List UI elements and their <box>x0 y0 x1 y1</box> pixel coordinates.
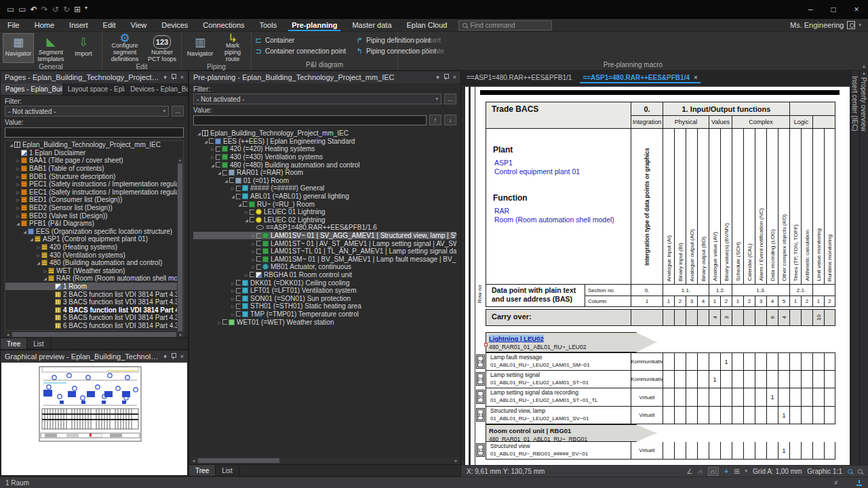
maximize-button[interactable]: □ <box>822 0 845 19</box>
tree-item[interactable]: ◢480 (=480) Building automation and cont… <box>193 161 456 169</box>
tree-item[interactable]: ◢480 (Building automation and control) <box>5 259 183 267</box>
tree-item[interactable]: ▷RBGHA 01 Room control unit <box>193 271 456 279</box>
pages-filter-more-button[interactable]: ... <box>172 106 184 117</box>
property-overview-tab[interactable]: Property overview <box>860 76 867 131</box>
close-button[interactable]: × <box>845 0 868 19</box>
ribbon-tab-devices[interactable]: Devices <box>154 19 195 31</box>
pages-tab-tree[interactable]: Tree <box>1 338 27 349</box>
tree-twisty-icon[interactable]: ▷ <box>15 158 21 163</box>
ribbon-collapse-icon[interactable]: ▴ <box>863 63 865 69</box>
tree-item[interactable]: 1 Eplan Disclaimer <box>5 149 183 157</box>
navigator-button[interactable]: ▦ Navigator <box>3 33 34 63</box>
tree-item[interactable]: ◢ABL01 (=ABL01) general lighting <box>193 192 456 201</box>
tree-twisty-icon[interactable]: ◢ <box>216 170 222 175</box>
tree-item[interactable]: ▷430 (=430) Ventilation systems <box>193 153 456 161</box>
configure-segment-definitions-button[interactable]: ⚙ Configure segment definitions <box>105 33 144 63</box>
tree-item[interactable]: 4 BACS function list VDI 3814 Part 4.3 <box>5 306 183 314</box>
tree-twisty-icon[interactable]: ◢ <box>28 237 35 241</box>
tree-item[interactable]: ▷BAB1 (Table of contents) <box>5 165 183 173</box>
pages-tab-list[interactable]: List <box>27 338 51 349</box>
preplanning-value-input[interactable] <box>193 115 427 125</box>
tree-item[interactable]: ▷430 (Ventilation systems) <box>5 251 183 259</box>
tree-twisty-icon[interactable]: ▷ <box>230 281 236 285</box>
preplanning-next-button[interactable]: ↓ <box>444 115 456 125</box>
container-connection-point-button[interactable]: ⊐ Container connection point <box>254 47 346 56</box>
tree-item[interactable]: ▷LEUEC 01 Lightning <box>193 208 456 216</box>
new-page-icon[interactable]: ▭ <box>7 5 14 14</box>
tree-twisty-icon[interactable]: ▷ <box>210 155 216 159</box>
preplanning-tab-tree[interactable]: Tree <box>189 465 216 476</box>
design-mode-icon[interactable]: ∩: <box>708 467 719 476</box>
import-button[interactable]: ⇩ Import <box>68 33 99 63</box>
insert-macro-button[interactable]: ▭ Insert <box>413 36 444 45</box>
tree-twisty-icon[interactable]: ▷ <box>230 312 236 317</box>
copy-page-icon[interactable]: ▭ <box>18 5 26 14</box>
tree-item[interactable]: ▷LAM01SM~ 01 | BV_SM_AMEV1 | Lamp fault … <box>193 256 456 264</box>
tree-item[interactable]: ◢EES (Organization specific location str… <box>5 228 183 236</box>
tree-twisty-icon[interactable]: ▷ <box>35 245 41 249</box>
undo-icon[interactable]: ↶ <box>31 5 37 14</box>
preplanning-hscrollbar[interactable]: ◂▸ <box>191 458 459 464</box>
tree-item[interactable]: ▷LAM01SV~ 01 | SV_AGG_AMEV1 | Structured… <box>193 232 456 240</box>
tree-twisty-icon[interactable]: ▷ <box>250 249 256 253</box>
tree-twisty-icon[interactable]: ◢ <box>210 163 216 167</box>
tree-item[interactable]: ▷WET01 (=WET) Weather station <box>193 318 456 326</box>
tree-twisty-icon[interactable]: ▷ <box>15 205 21 210</box>
preplanning-filter-more-button[interactable]: ... <box>444 94 456 104</box>
tree-item[interactable]: 6 BACS function list VDI 3814 Part 4.3 <box>5 322 183 330</box>
project-window-icon[interactable]: ⊞ <box>74 5 81 14</box>
pages-filter-select[interactable]: - Not activated - ▾ <box>5 106 169 117</box>
tree-item[interactable]: 3 BACS function list VDI 3814 Part 4.3 <box>5 298 183 306</box>
ribbon-tab-pre-planning[interactable]: Pre-planning <box>284 19 344 31</box>
tree-item[interactable]: ▷BED1 (Consumer list (Design)) <box>5 196 183 204</box>
ribbon-tab-edit[interactable]: Edit <box>96 19 123 31</box>
datapoint-row[interactable]: 30Lamp setting signal data recording01_A… <box>486 388 835 407</box>
preview-menu-icon[interactable]: ▾ <box>163 353 167 360</box>
tree-item[interactable]: ◢ASP1 (Control equipment plant 01) <box>5 235 183 243</box>
object-snap-icon[interactable]: ∩ <box>698 468 703 475</box>
preview-close-icon[interactable]: × <box>180 353 184 360</box>
ribbon-tab-master-data[interactable]: Master data <box>344 19 399 31</box>
grid-icon[interactable]: ⊞ <box>734 468 739 475</box>
tree-item[interactable]: ◢RAR (Room (Room automation shell model)… <box>5 274 183 283</box>
preplanning-menu-icon[interactable]: ▾ <box>436 74 439 81</box>
tree-item[interactable]: ▷420 (=420) Heating systems <box>193 145 456 153</box>
tree-twisty-icon[interactable]: ▷ <box>230 296 236 301</box>
preview-pin-icon[interactable] <box>171 353 176 360</box>
tree-twisty-icon[interactable]: ▷ <box>216 320 222 325</box>
tab-close-icon[interactable]: × <box>694 74 698 81</box>
tree-twisty-icon[interactable]: ◢ <box>196 131 202 136</box>
datapoint-row[interactable]: 32Structured view01_ABL01_RU~_RBG01_####… <box>486 442 835 460</box>
datapoint-row[interactable]: 28Lamp fault message01_ABL01_RU~_LEU02_L… <box>486 352 835 371</box>
tab-pages[interactable]: Pages - Eplan_Buildin... <box>1 83 63 95</box>
tree-item[interactable]: ▷EEC1 (Safety instructions / Implementat… <box>5 188 183 197</box>
tree-twisty-icon[interactable]: ▷ <box>42 268 48 273</box>
tree-item[interactable]: ▷LFT01 (=LFT01) Ventilation system <box>193 287 456 295</box>
tree-item[interactable]: ◢RAR01 (=RAR) Room <box>193 169 456 177</box>
download-icon[interactable] <box>856 480 863 486</box>
messages-icon[interactable]: ≢ <box>834 479 840 486</box>
tree-item[interactable]: ▷420 (Heating systems) <box>5 243 183 251</box>
tree-item[interactable]: ▷LAM01ST~ 01 | AV_ST_AMEV1 | Lamp settin… <box>193 239 456 247</box>
ribbon-tab-home[interactable]: Home <box>27 19 62 31</box>
container-button[interactable]: ⊏ Container <box>254 36 346 45</box>
ribbon-tab-tools[interactable]: Tools <box>252 19 285 31</box>
tree-twisty-icon[interactable]: ▷ <box>243 209 250 214</box>
tree-item[interactable]: ◢LEUEC 02 Lightning <box>193 216 456 224</box>
tree-item[interactable]: ▷DKK01 (=DKK01) Ceiling cooling <box>193 279 456 287</box>
grid-dropdown-icon[interactable]: ▾ <box>745 468 748 474</box>
tree-twisty-icon[interactable]: ▷ <box>243 272 250 277</box>
tree-twisty-icon[interactable]: ◢ <box>237 202 243 207</box>
ribbon-tab-insert[interactable]: Insert <box>62 19 96 31</box>
tree-item[interactable]: ▷PEC1 (Safety instructions / Implementat… <box>5 180 183 188</box>
tree-item[interactable]: ▷##### (=#####) General <box>193 184 456 192</box>
tab-layout-space[interactable]: Layout space - Eplan_... <box>63 83 125 95</box>
tree-item[interactable]: ▷WET (Weather station) <box>5 267 183 275</box>
tree-twisty-icon[interactable]: ◢ <box>22 229 28 234</box>
ribbon-tab-file[interactable]: File <box>0 19 27 31</box>
tree-twisty-icon[interactable]: ▷ <box>250 233 256 238</box>
editor-tab-4[interactable]: ==ASP1=480.RAR++EES&PFB1/4 × <box>577 70 703 84</box>
mark-piping-route-button[interactable]: ↳ Mark piping route <box>217 33 248 63</box>
tree-twisty-icon[interactable]: ▷ <box>15 174 21 179</box>
pages-menu-icon[interactable]: ▾ <box>163 74 167 81</box>
